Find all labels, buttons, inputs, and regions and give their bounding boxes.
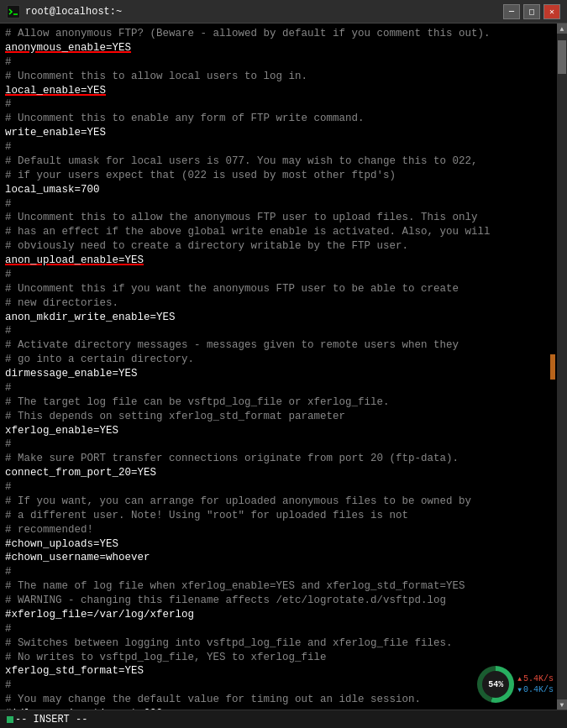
terminal-line: # has an effect if the above global writ…: [5, 225, 552, 239]
terminal-content[interactable]: # Allow anonymous FTP? (Beware - allowed…: [0, 24, 557, 710]
terminal-line: # The name of log file when xferlog_enab…: [5, 579, 552, 594]
terminal-line: #: [5, 565, 552, 579]
terminal-line: write_enable=YES: [5, 126, 552, 140]
terminal-icon: [7, 5, 20, 18]
terminal-line: xferlog_enable=YES: [5, 424, 552, 438]
cpu-usage-circle: 54%: [477, 666, 514, 703]
terminal-line: local_umask=700: [5, 183, 552, 197]
scrollbar-track[interactable]: [557, 34, 567, 699]
terminal-line: #: [5, 324, 552, 338]
green-indicator: [7, 716, 13, 723]
terminal-line: #: [5, 437, 552, 452]
terminal-line: # a different user. Note! Using "root" f…: [5, 509, 552, 523]
terminal-line: #: [5, 55, 552, 70]
terminal-line: # Uncomment this to allow local users to…: [5, 70, 552, 84]
terminal-line: # obviously need to create a directory w…: [5, 239, 552, 254]
terminal-line: xferlog_std_format=YES: [5, 664, 552, 678]
svg-rect-1: [8, 6, 19, 18]
terminal-line: # Activate directory messages - messages…: [5, 338, 552, 353]
terminal-line: anon_upload_enable=YES: [5, 254, 552, 268]
terminal-line: # No writes to vsftpd_log_file, YES to x…: [5, 651, 552, 665]
terminal-line: # new directories.: [5, 296, 552, 311]
terminal-line: # Make sure PORT transfer connections or…: [5, 452, 552, 466]
terminal-line: # Uncomment this if you want the anonymo…: [5, 282, 552, 296]
terminal-line: # Uncomment this to allow the anonymous …: [5, 211, 552, 225]
window-controls: ─ □ ✕: [503, 4, 560, 19]
terminal-line: # Uncomment this to enable any form of F…: [5, 112, 552, 126]
terminal-line: #: [5, 381, 552, 395]
status-bar: -- INSERT --: [0, 710, 567, 728]
terminal-line: #: [5, 622, 552, 636]
terminal-line: #chown_username=whoever: [5, 551, 552, 565]
terminal-line: # recommended!: [5, 523, 552, 537]
scroll-down-arrow[interactable]: ▼: [557, 699, 567, 710]
download-arrow-icon: [517, 685, 522, 694]
terminal-line: # You may change the default value for t…: [5, 693, 552, 707]
minimize-button[interactable]: ─: [503, 4, 520, 19]
terminal-window: root@localhost:~ ─ □ ✕ # Allow anonymous…: [0, 0, 567, 728]
terminal-line: #: [5, 197, 552, 212]
terminal-line: #chown_uploads=YES: [5, 537, 552, 552]
terminal-line: #: [5, 140, 552, 155]
maximize-button[interactable]: □: [523, 4, 540, 19]
scroll-position-indicator: [550, 354, 555, 380]
terminal-line: # WARNING - changing this filename affec…: [5, 594, 552, 608]
terminal-line: # Switches between logging into vsftpd_l…: [5, 636, 552, 651]
terminal-line: #xferlog_file=/var/log/xferlog: [5, 608, 552, 622]
terminal-line: local_enable=YES: [5, 84, 552, 98]
terminal-line: # The target log file can be vsftpd_log_…: [5, 395, 552, 410]
terminal-line: anonymous_enable=YES: [5, 41, 552, 55]
upload-arrow-icon: [517, 674, 522, 683]
vim-mode: -- INSERT --: [15, 714, 87, 725]
terminal-line: # go into a certain directory.: [5, 353, 552, 367]
upload-speed: 5.4K/s: [517, 674, 554, 683]
download-speed: 0.4K/s: [517, 685, 554, 694]
terminal-line: anon_mkdir_write_enable=YES: [5, 311, 552, 325]
scrollbar-thumb[interactable]: [558, 40, 566, 74]
network-speeds: 5.4K/s 0.4K/s: [517, 674, 554, 694]
terminal-line: dirmessage_enable=YES: [5, 367, 552, 381]
terminal-line: #: [5, 678, 552, 693]
terminal-line: #idle_session_timeout=600: [5, 707, 552, 710]
scrollbar: ▲ ▼: [557, 24, 567, 710]
terminal-line: # If you want, you can arrange for uploa…: [5, 495, 552, 509]
terminal-line: # if your users expect that (022 is used…: [5, 169, 552, 183]
terminal-line: #: [5, 480, 552, 495]
terminal-line: # This depends on setting xferlog_std_fo…: [5, 410, 552, 424]
titlebar: root@localhost:~ ─ □ ✕: [0, 0, 567, 24]
close-button[interactable]: ✕: [543, 4, 560, 19]
terminal-container: # Allow anonymous FTP? (Beware - allowed…: [0, 24, 567, 710]
terminal-line: # Default umask for local users is 077. …: [5, 155, 552, 169]
network-widget: 54% 5.4K/s 0.4K/s: [477, 666, 554, 703]
terminal-line: connect_from_port_20=YES: [5, 466, 552, 480]
terminal-line: #: [5, 268, 552, 282]
scroll-up-arrow[interactable]: ▲: [557, 24, 567, 34]
cpu-percentage: 54%: [482, 671, 509, 698]
terminal-line: # Allow anonymous FTP? (Beware - allowed…: [5, 27, 552, 41]
terminal-line: #: [5, 97, 552, 112]
window-title: root@localhost:~: [25, 6, 503, 18]
